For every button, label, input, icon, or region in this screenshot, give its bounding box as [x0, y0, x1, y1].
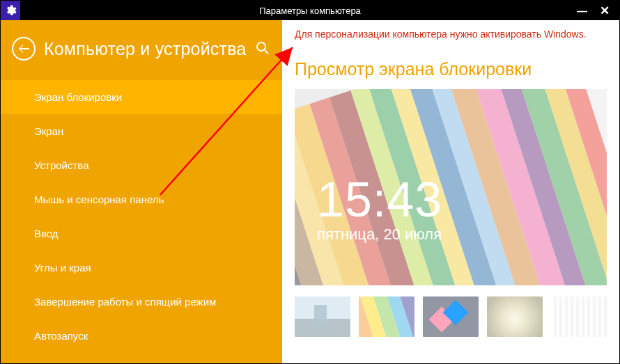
- sidebar-item-autostart[interactable]: Автозапуск: [1, 319, 282, 353]
- sidebar: Компьютер и устройства Экран блокировки …: [1, 20, 282, 363]
- sidebar-item-label: Экран: [34, 125, 63, 137]
- svg-point-0: [257, 42, 265, 51]
- lock-time: 15:43: [317, 175, 442, 224]
- lock-screen-preview: 15:43 пятница, 20 июля: [295, 89, 607, 285]
- lock-clock: 15:43 пятница, 20 июля: [317, 175, 442, 244]
- sidebar-header: Компьютер и устройства: [1, 20, 282, 72]
- app-icon: [1, 1, 20, 20]
- sidebar-item-devices[interactable]: Устройства: [1, 148, 282, 182]
- search-icon: [256, 41, 270, 55]
- sidebar-item-mouse-touchpad[interactable]: Мышь и сенсорная панель: [1, 182, 282, 216]
- sidebar-item-corners-edges[interactable]: Углы и края: [1, 251, 282, 285]
- sidebar-item-shutdown-sleep[interactable]: Завершение работы и спящий режим: [1, 285, 282, 319]
- content-area: Компьютер и устройства Экран блокировки …: [1, 20, 619, 363]
- sidebar-item-label: Мышь и сенсорная панель: [34, 193, 164, 205]
- lock-date: пятница, 20 июля: [317, 225, 442, 244]
- section-title: Просмотр экрана блокировки: [295, 59, 607, 79]
- wallpaper-thumb-5[interactable]: [551, 296, 607, 337]
- window-controls: — ✕: [577, 5, 619, 17]
- sidebar-item-label: Завершение работы и спящий режим: [34, 296, 216, 308]
- wallpaper-thumbnails: [295, 296, 607, 337]
- close-button[interactable]: ✕: [600, 5, 610, 17]
- wallpaper-thumb-2[interactable]: [359, 296, 414, 337]
- sidebar-item-label: Углы и края: [34, 262, 91, 274]
- activation-warning: Для персонализации компьютера нужно акти…: [295, 29, 607, 40]
- sidebar-item-label: Устройства: [34, 159, 88, 171]
- wallpaper-thumb-4[interactable]: [487, 296, 543, 337]
- gear-icon: [4, 4, 17, 17]
- back-button[interactable]: [12, 37, 36, 61]
- wallpaper-thumb-3[interactable]: [423, 296, 479, 337]
- sidebar-item-lock-screen[interactable]: Экран блокировки: [1, 80, 282, 114]
- window-title: Параметры компьютера: [1, 6, 619, 16]
- titlebar: Параметры компьютера — ✕: [1, 1, 619, 20]
- search-button[interactable]: [256, 41, 271, 56]
- sidebar-items: Экран блокировки Экран Устройства Мышь и…: [1, 80, 282, 353]
- sidebar-item-label: Ввод: [34, 228, 59, 239]
- sidebar-item-input[interactable]: Ввод: [1, 216, 282, 251]
- svg-line-1: [265, 50, 268, 54]
- minimize-button[interactable]: —: [577, 6, 587, 16]
- arrow-left-icon: [18, 44, 29, 54]
- sidebar-item-label: Экран блокировки: [34, 91, 122, 103]
- wallpaper-thumb-1[interactable]: [295, 296, 350, 337]
- sidebar-item-label: Автозапуск: [34, 330, 88, 342]
- main-panel: Для персонализации компьютера нужно акти…: [282, 20, 619, 363]
- sidebar-title: Компьютер и устройства: [44, 39, 246, 59]
- settings-window: Параметры компьютера — ✕ Компьютер и уст…: [0, 0, 620, 364]
- sidebar-item-screen[interactable]: Экран: [1, 114, 282, 148]
